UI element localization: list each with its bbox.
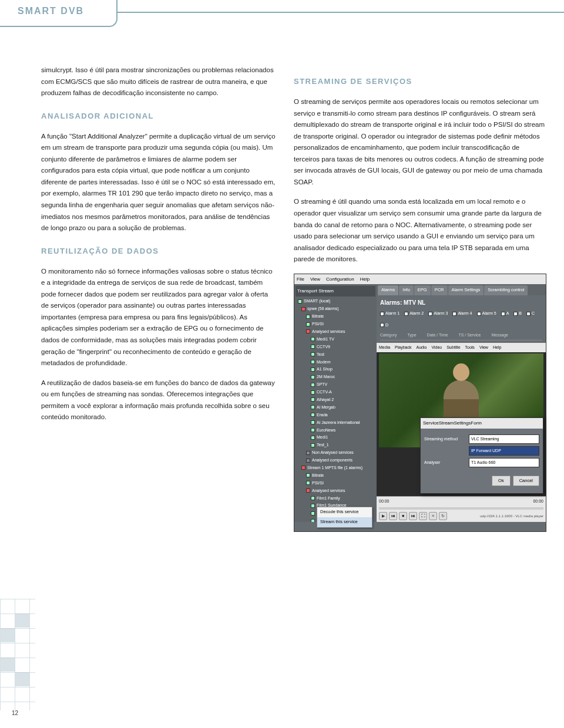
alarm-checkbox[interactable]: Alarm 5 <box>477 310 496 317</box>
vlc-time-right: 00:00 <box>533 498 543 505</box>
tree-row[interactable]: Bitrate <box>296 471 375 479</box>
tree-row[interactable]: spwe (58 alarms) <box>296 305 375 313</box>
vlc-menu-item[interactable]: Video <box>431 344 442 351</box>
paragraph: O streaming é útil quando uma sonda está… <box>294 196 546 265</box>
menu-item[interactable]: File <box>297 275 304 284</box>
tree-row[interactable]: CCTV-A <box>296 389 375 396</box>
paragraph: A reutilização de dados baseia-se em fun… <box>41 378 276 423</box>
alarm-checkbox[interactable]: A <box>501 310 509 317</box>
tree-row[interactable]: Al Mergab <box>296 403 375 411</box>
alarm-checkbox[interactable]: Alarm 4 <box>452 310 472 317</box>
tree-row[interactable]: SMART (local) <box>296 298 375 305</box>
header-divider <box>118 12 564 13</box>
alarm-checkbox[interactable]: C <box>526 310 535 317</box>
alarm-checkboxes: Alarm 1Alarm 2Alarm 3Alarm 4Alarm 5ABCD <box>380 310 542 329</box>
vlc-menu-item[interactable]: Media <box>379 344 390 351</box>
vlc-url: udp://224.1.1.1:1000 - VLC media player <box>480 513 543 519</box>
right-column: STREAMING DE SERVIÇOS O streaming de ser… <box>294 65 546 532</box>
dialog-row: IP Forward UDP <box>424 446 539 456</box>
context-menu-item[interactable]: Decode this service <box>317 507 372 517</box>
alarm-columns: CategoryTypeDate / TimeTS / ServiceMessa… <box>380 331 542 341</box>
tree-row[interactable]: Erada <box>296 411 375 419</box>
alarms-title: Alarms: MTV NL <box>380 298 542 308</box>
header-tab: SMART DVB <box>0 0 118 27</box>
tree-row[interactable]: Bitrate <box>296 313 375 321</box>
section-heading-reutilizacao: REUTILIZAÇÃO DE DADOS <box>41 245 276 258</box>
vlc-menu-item[interactable]: Audio <box>416 344 427 351</box>
tree-row[interactable]: Test_1 <box>296 441 375 449</box>
vlc-menu-item[interactable]: Help <box>493 344 501 351</box>
tab[interactable]: PCR <box>431 285 448 295</box>
dialog-select[interactable]: T1 Audio 660 <box>469 458 539 467</box>
left-column: simulcrypt. Isso é útil para mostrar sin… <box>41 65 276 532</box>
tab[interactable]: Scrambling control <box>484 285 528 295</box>
tab[interactable]: Alarm Settings <box>448 285 484 295</box>
alarm-checkbox[interactable]: B <box>513 310 522 317</box>
paragraph: A função "Start Additional Analyzer" per… <box>41 131 276 234</box>
section-heading-analisador: ANALISADOR ADICIONAL <box>41 110 276 123</box>
tree-row[interactable]: Alhayat 2 <box>296 396 375 404</box>
dialog-select[interactable]: VLC Streaming <box>469 434 539 444</box>
tree-row[interactable]: EuroNews <box>296 426 375 434</box>
loop-button[interactable]: ↻ <box>439 512 447 520</box>
column-header: Category <box>380 332 397 339</box>
tree-row[interactable]: Film1 Family <box>296 494 375 502</box>
vlc-menu-item[interactable]: Subtitle <box>446 344 460 351</box>
tree-row[interactable]: Analysed services <box>296 487 375 494</box>
dialog-row: Streaming methodVLC Streaming <box>424 434 539 444</box>
column-header: Message <box>492 332 508 339</box>
dialog-select[interactable]: IP Forward UDP <box>469 446 539 456</box>
tree-row[interactable]: Modern <box>296 358 375 366</box>
tree-row[interactable]: Analysed components <box>296 457 375 464</box>
column-header: Date / Time <box>427 332 448 339</box>
context-menu-item[interactable]: Stream this service <box>317 517 372 522</box>
playlist-button[interactable]: ≡ <box>429 512 437 520</box>
prev-button[interactable]: ⏮ <box>389 512 397 520</box>
product-title: SMART DVB <box>18 6 84 16</box>
context-menu: Decode this serviceStream this service <box>317 507 372 522</box>
content-area: simulcrypt. Isso é útil para mostrar sin… <box>41 65 546 532</box>
vlc-menu-item[interactable]: Playback <box>395 344 411 351</box>
tab[interactable]: Alarms <box>378 285 398 295</box>
tree-row[interactable]: Al Jazeera International <box>296 419 375 426</box>
vlc-seek-slider[interactable] <box>379 507 543 510</box>
section-heading-streaming: STREAMING DE SERVIÇOS <box>294 75 546 88</box>
fullscreen-button[interactable]: ⛶ <box>419 512 427 520</box>
menu-item[interactable]: View <box>310 275 320 284</box>
ok-button[interactable]: Ok <box>492 476 511 487</box>
tab[interactable]: Info <box>399 285 414 295</box>
next-button[interactable]: ⏭ <box>409 512 417 520</box>
tree-row[interactable]: 2M Maroc <box>296 373 375 381</box>
vlc-menu-item[interactable]: View <box>479 344 488 351</box>
play-button[interactable]: ▶ <box>379 512 387 520</box>
tree-row[interactable]: CCTV9 <box>296 343 375 350</box>
tree-row[interactable]: Analysed services <box>296 328 375 336</box>
alarm-checkbox[interactable]: Alarm 3 <box>428 310 448 317</box>
tree-row[interactable]: A1 Shop <box>296 366 375 373</box>
paragraph: simulcrypt. Isso é útil para mostrar sin… <box>41 65 276 99</box>
menu-item[interactable]: Help <box>360 275 370 284</box>
alarm-checkbox[interactable]: D <box>380 322 388 329</box>
column-header: TS / Service <box>458 332 481 339</box>
tree-row[interactable]: Test <box>296 350 375 358</box>
stream-settings-dialog: ServiceStreamSettingsForm Streaming meth… <box>420 417 543 494</box>
tree-row[interactable]: Stream 1 MPTS file (1 alarms) <box>296 464 375 472</box>
menu-item[interactable]: Configuration <box>326 275 354 284</box>
tree-row[interactable]: Medi1 TV <box>296 335 375 343</box>
tree-row[interactable]: Non Analysed services <box>296 449 375 457</box>
tree-row[interactable]: SPTV <box>296 381 375 389</box>
stop-button[interactable]: ■ <box>399 512 407 520</box>
alarm-checkbox[interactable]: Alarm 1 <box>380 310 400 317</box>
alarms-panel: Alarms: MTV NL Alarm 1Alarm 2Alarm 3Alar… <box>377 295 546 343</box>
tab[interactable]: EPG <box>414 285 431 295</box>
alarm-checkbox[interactable]: Alarm 2 <box>404 310 424 317</box>
tree-row[interactable]: Medi1 <box>296 434 375 441</box>
vlc-menu-item[interactable]: Tools <box>465 344 475 351</box>
paragraph: O monitoramento não só fornece informaçõ… <box>41 266 276 369</box>
column-header: Type <box>407 332 416 339</box>
vlc-time-left: 00:00 <box>379 498 390 505</box>
tree-row[interactable]: PSI/SI <box>296 321 375 328</box>
tree-row[interactable]: PSI/SI <box>296 479 375 487</box>
cancel-button[interactable]: Cancel <box>513 476 539 487</box>
page-number: 12 <box>12 710 18 716</box>
